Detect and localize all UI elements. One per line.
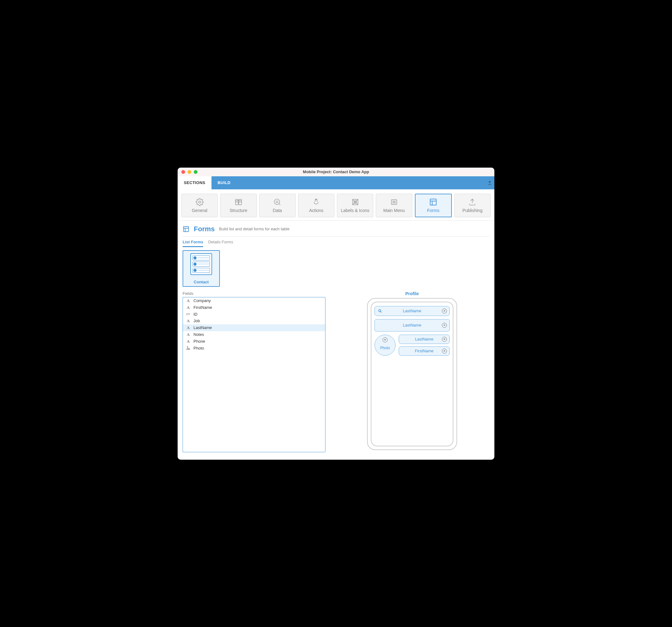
table-card-label: Contact: [194, 280, 209, 284]
svg-point-0: [198, 201, 200, 203]
int32-type-icon: 232: [186, 313, 190, 316]
page-subtitle: Build list and detail forms for each tab…: [219, 227, 289, 231]
clear-photo-slot[interactable]: ✕: [383, 337, 387, 342]
section-structure[interactable]: Structure: [220, 194, 257, 217]
tab-build[interactable]: BUILD: [212, 176, 237, 189]
field-row[interactable]: ACompany: [183, 297, 325, 304]
main-split: Fields ACompanyAFirstName232IDAJobALastN…: [177, 287, 495, 460]
titlebar: Mobile Project: Contact Demo App: [177, 168, 495, 176]
data-icon: [273, 198, 281, 206]
row2-field-slot[interactable]: FirstName ✕: [399, 346, 450, 356]
fields-column: Fields ACompanyAFirstName232IDAJobALastN…: [183, 291, 326, 452]
clear-section-slot[interactable]: ✕: [442, 323, 447, 328]
clear-row1-slot[interactable]: ✕: [442, 337, 447, 342]
row2-slot-label: FirstName: [415, 349, 433, 353]
svg-point-3: [274, 199, 280, 204]
structure-icon: [235, 198, 242, 206]
tab-list-forms[interactable]: List Forms: [183, 240, 203, 247]
section-label: Main Menu: [383, 208, 405, 213]
preview-title: Profile: [405, 291, 419, 296]
app-window: Mobile Project: Contact Demo App SECTION…: [177, 168, 495, 460]
labels-icon: [351, 198, 359, 206]
field-name: LastName: [193, 325, 212, 330]
section-row: General Structure Data Actions Labels & …: [177, 189, 495, 221]
search-icon: [378, 309, 382, 313]
svg-rect-8: [430, 199, 436, 205]
text-type-icon: A: [187, 319, 189, 323]
section-label: Labels & Icons: [341, 208, 369, 213]
text-type-icon: A: [187, 298, 189, 303]
view-tabs: List Forms Details Forms: [177, 236, 495, 247]
section-labels-icons[interactable]: Labels & Icons: [337, 194, 373, 217]
field-row[interactable]: Photo: [183, 345, 325, 351]
text-type-icon: A: [187, 325, 189, 330]
section-actions[interactable]: Actions: [298, 194, 334, 217]
section-publishing[interactable]: Publishing: [454, 194, 490, 217]
field-row[interactable]: ALastName: [183, 324, 325, 331]
tab-sections[interactable]: SECTIONS: [177, 176, 212, 189]
upload-icon[interactable]: [487, 181, 492, 185]
section-forms[interactable]: Forms: [415, 194, 452, 217]
table-card-contact[interactable]: Contact: [183, 250, 220, 287]
text-type-icon: A: [187, 332, 189, 337]
fields-list[interactable]: ACompanyAFirstName232IDAJobALastNameANot…: [183, 297, 326, 452]
photo-slot-label: Photo: [380, 346, 390, 350]
field-row[interactable]: AFirstName: [183, 304, 325, 311]
text-type-icon: A: [187, 305, 189, 310]
field-row[interactable]: 232ID: [183, 311, 325, 318]
forms-icon: [429, 198, 437, 206]
clear-row2-slot[interactable]: ✕: [442, 349, 447, 354]
field-row[interactable]: AJob: [183, 318, 325, 324]
device-frame: LastName ✕ LastName ✕ ✕ Photo: [367, 298, 457, 450]
clear-search-slot[interactable]: ✕: [442, 308, 447, 314]
field-name: Job: [193, 319, 200, 323]
preview-column: Profile LastName ✕ LastName ✕: [335, 291, 489, 450]
menu-icon: [390, 198, 398, 206]
field-name: FirstName: [193, 305, 212, 310]
device-screen: LastName ✕ LastName ✕ ✕ Photo: [371, 302, 453, 446]
page-title: Forms: [194, 225, 215, 233]
svg-point-4: [316, 199, 317, 200]
gear-icon: [196, 198, 204, 206]
svg-point-11: [379, 309, 381, 311]
section-label: Structure: [230, 208, 247, 213]
table-thumbnail: [190, 253, 212, 275]
section-label: Forms: [427, 208, 439, 213]
section-label: General: [192, 208, 208, 213]
section-general[interactable]: General: [182, 194, 218, 217]
field-name: Company: [193, 298, 211, 303]
section-label: Actions: [309, 208, 323, 213]
list-item-template: ✕ Photo LastName ✕ FirstName ✕: [375, 334, 450, 356]
fields-title: Fields: [183, 291, 326, 296]
text-type-icon: A: [187, 339, 189, 344]
sub-header: Forms Build list and detail forms for ea…: [177, 221, 495, 236]
photo-field-slot[interactable]: ✕ Photo: [375, 334, 395, 356]
field-name: ID: [193, 312, 197, 317]
window-title: Mobile Project: Contact Demo App: [177, 170, 495, 174]
search-slot-label: LastName: [403, 308, 421, 313]
search-field-slot[interactable]: LastName ✕: [375, 306, 450, 316]
top-tabs: SECTIONS BUILD: [177, 176, 495, 189]
publishing-icon: [468, 198, 476, 206]
field-name: Notes: [193, 332, 204, 337]
row1-slot-label: LastName: [415, 337, 433, 342]
field-row[interactable]: ANotes: [183, 331, 325, 338]
svg-rect-9: [184, 226, 189, 231]
svg-point-10: [187, 346, 188, 347]
row1-field-slot[interactable]: LastName ✕: [399, 334, 450, 344]
actions-icon: [312, 198, 320, 206]
section-field-slot[interactable]: LastName ✕: [375, 319, 450, 331]
section-main-menu[interactable]: Main Menu: [376, 194, 412, 217]
section-label: Publishing: [462, 208, 483, 213]
forms-icon: [183, 226, 189, 232]
field-row[interactable]: APhone: [183, 338, 325, 345]
field-name: Photo: [193, 346, 204, 350]
section-label: Data: [273, 208, 282, 213]
section-data[interactable]: Data: [259, 194, 296, 217]
field-name: Phone: [193, 339, 205, 344]
tab-details-forms[interactable]: Details Forms: [208, 240, 233, 247]
section-slot-label: LastName: [403, 323, 421, 327]
image-type-icon: [186, 346, 190, 350]
